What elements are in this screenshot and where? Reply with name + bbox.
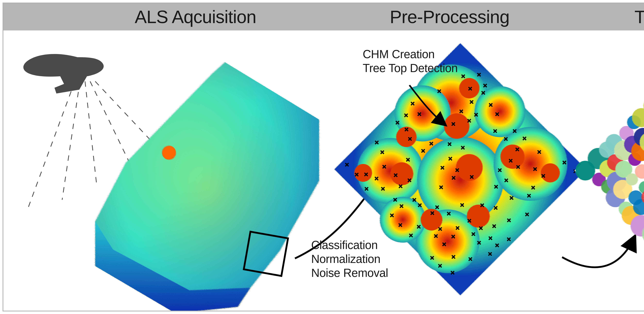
svg-line-5 (62, 81, 80, 200)
label-cls-line3: Noise Removal (311, 266, 388, 280)
svg-rect-3 (78, 68, 79, 75)
svg-rect-2 (73, 68, 74, 75)
svg-rect-1 (68, 68, 70, 75)
svg-line-7 (90, 81, 131, 165)
als-terrain (95, 62, 319, 311)
label-chm: CHM Creation Tree Top Detection (363, 47, 458, 75)
stage-title-als: ALS Aqcuisition (135, 7, 256, 27)
segmentation-tile (571, 31, 644, 311)
label-chm-line1: CHM Creation (363, 47, 458, 61)
svg-line-8 (95, 81, 158, 148)
label-cls-line2: Normalization (311, 252, 388, 266)
label-cls-line1: Classification (311, 238, 388, 252)
svg-point-9 (162, 146, 176, 160)
stage-title-segmentation: Tree Segmentation (634, 7, 644, 27)
stage-title-preprocessing: Pre-Processing (390, 7, 510, 27)
stage-banner: ALS Aqcuisition Pre-Processing Tree Segm… (3, 3, 644, 31)
airplane-icon (23, 54, 104, 94)
svg-line-6 (85, 81, 96, 183)
stage-canvas: CHM Creation Tree Top Detection Classifi… (3, 31, 644, 311)
diagram-frame: ALS Aqcuisition Pre-Processing Tree Segm… (2, 3, 644, 311)
label-classification: Classification Normalization Noise Remov… (311, 238, 388, 280)
svg-point-0 (38, 65, 59, 70)
svg-line-4 (28, 81, 75, 209)
flow-arrow-2 (562, 237, 634, 267)
label-chm-line2: Tree Top Detection (363, 61, 458, 75)
